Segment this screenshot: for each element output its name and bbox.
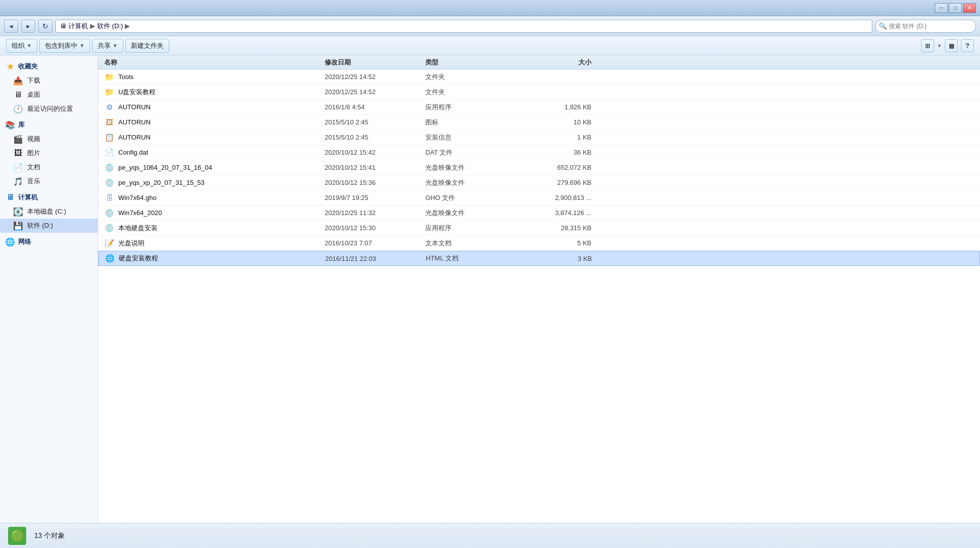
sidebar-header-favorites[interactable]: ★ 收藏夹	[0, 59, 98, 74]
library-button[interactable]: 包含到库中 ▼	[39, 39, 90, 53]
table-row[interactable]: 📁 U盘安装教程 2020/12/25 14:52 文件夹	[98, 85, 980, 100]
sidebar-header-libraries[interactable]: 📚 库	[0, 118, 98, 132]
sidebar-recent-label: 最近访问的位置	[27, 104, 73, 113]
sidebar-desktop-label: 桌面	[27, 90, 40, 99]
table-row[interactable]: 💿 pe_yqs_1064_20_07_31_16_04 2020/10/12 …	[98, 160, 980, 175]
breadcrumb-separator: ▶	[90, 22, 95, 30]
sidebar-header-network[interactable]: 🌐 网络	[0, 235, 98, 249]
file-icon: ⚙	[104, 102, 114, 112]
file-icon: 📁	[104, 72, 114, 82]
file-name-cell: 💿 pe_yqs_1064_20_07_31_16_04	[98, 163, 325, 173]
sidebar-item-music[interactable]: 🎵 音乐	[0, 174, 98, 188]
status-app-icon: 🟢	[8, 527, 26, 545]
table-row[interactable]: 🗄 Win7x64.gho 2019/9/7 19:25 GHO 文件 2,90…	[98, 190, 980, 206]
sidebar-item-documents[interactable]: 📄 文档	[0, 160, 98, 174]
file-size-cell: 2,900,813 ...	[516, 194, 596, 201]
sidebar-item-video[interactable]: 🎬 视频	[0, 132, 98, 146]
file-name-label: AUTORUN	[118, 133, 150, 141]
sidebar-network-label: 网络	[18, 237, 31, 246]
file-name-cell: 📁 U盘安装教程	[98, 87, 325, 97]
column-header-size[interactable]: 大小	[516, 58, 596, 67]
file-icon: 💿	[104, 178, 114, 188]
sidebar-item-desktop[interactable]: 🖥 桌面	[0, 88, 98, 102]
share-arrow-icon: ▼	[113, 43, 118, 48]
help-button[interactable]: ?	[961, 39, 974, 52]
sidebar-header-computer[interactable]: 🖥 计算机	[0, 190, 98, 204]
file-name-label: AUTORUN	[118, 118, 150, 126]
refresh-button[interactable]: ↻	[38, 20, 52, 33]
column-header-type[interactable]: 类型	[425, 58, 516, 67]
column-header-date[interactable]: 修改日期	[325, 58, 425, 67]
table-row[interactable]: 📝 光盘说明 2016/10/23 7:07 文本文档 5 KB	[98, 236, 980, 251]
file-name-label: AUTORUN	[118, 103, 150, 111]
file-date-cell: 2016/10/23 7:07	[325, 239, 425, 247]
preview-pane-button[interactable]: ▦	[945, 39, 958, 52]
file-icon: 📝	[104, 238, 114, 248]
status-count: 13 个对象	[34, 531, 65, 540]
view-button[interactable]: ⊞	[921, 39, 934, 52]
file-type-cell: 文件夹	[425, 73, 516, 82]
file-icon: 💿	[104, 223, 114, 233]
status-bar: 🟢 13 个对象	[0, 523, 980, 548]
search-input[interactable]	[889, 23, 972, 30]
file-type-cell: HTML 文档	[426, 254, 516, 263]
sidebar-c-drive-label: 本地磁盘 (C:)	[27, 207, 66, 216]
file-size-cell: 28,315 KB	[516, 224, 596, 232]
file-name-label: Win7x64.gho	[118, 194, 157, 201]
file-type-cell: 应用程序	[425, 224, 516, 233]
table-row[interactable]: 📁 Tools 2020/12/25 14:52 文件夹	[98, 70, 980, 85]
table-row[interactable]: 🖼 AUTORUN 2015/5/10 2:45 图标 10 KB	[98, 115, 980, 130]
search-bar: 🔍	[875, 20, 976, 33]
sidebar-computer-label: 计算机	[18, 193, 38, 202]
file-list-header: 名称 修改日期 类型 大小	[98, 55, 980, 70]
file-date-cell: 2020/10/12 15:42	[325, 149, 425, 156]
sidebar-video-label: 视频	[27, 134, 40, 144]
sidebar-item-download[interactable]: 📥 下载	[0, 74, 98, 88]
toolbar-right: ⊞ ▼ ▦ ?	[921, 39, 974, 52]
breadcrumb-arrow: ▶	[125, 22, 130, 30]
table-row[interactable]: ⚙ AUTORUN 2016/1/8 4:54 应用程序 1,926 KB	[98, 100, 980, 115]
file-name-cell: 📁 Tools	[98, 72, 325, 82]
breadcrumb-item-computer[interactable]: 🖥计算机	[60, 22, 88, 31]
minimize-button[interactable]: ─	[935, 3, 948, 13]
organize-label: 组织	[12, 41, 25, 50]
breadcrumb-item-drive[interactable]: 软件 (D:)	[97, 22, 123, 31]
pictures-icon: 🖼	[13, 148, 23, 158]
table-row[interactable]: 📄 Config.dat 2020/10/12 15:42 DAT 文件 36 …	[98, 145, 980, 160]
table-row[interactable]: 💿 Win7x64_2020 2020/12/25 11:32 光盘映像文件 3…	[98, 206, 980, 221]
forward-button[interactable]: ►	[21, 20, 35, 33]
sidebar-item-d-drive[interactable]: 💾 软件 (D:)	[0, 219, 98, 233]
file-name-label: Tools	[118, 73, 133, 81]
file-type-cell: 安装信息	[425, 133, 516, 142]
table-row[interactable]: 💿 本地硬盘安装 2020/10/12 15:30 应用程序 28,315 KB	[98, 221, 980, 236]
sidebar-item-c-drive[interactable]: 💽 本地磁盘 (C:)	[0, 204, 98, 219]
sidebar-item-recent[interactable]: 🕐 最近访问的位置	[0, 102, 98, 116]
table-row[interactable]: 💿 pe_yqs_xp_20_07_31_15_53 2020/10/12 15…	[98, 175, 980, 190]
file-type-cell: 文本文档	[425, 239, 516, 248]
sidebar-section-libraries: 📚 库 🎬 视频 🖼 图片 📄 文档 🎵 音乐	[0, 118, 98, 188]
sidebar-download-label: 下载	[27, 76, 40, 85]
file-type-cell: 光盘映像文件	[425, 163, 516, 172]
file-type-cell: DAT 文件	[425, 148, 516, 157]
file-name-label: Win7x64_2020	[118, 209, 162, 217]
table-row[interactable]: 🌐 硬盘安装教程 2016/11/21 22:03 HTML 文档 3 KB	[98, 251, 980, 266]
toolbar: 组织 ▼ 包含到库中 ▼ 共享 ▼ 新建文件夹 ⊞ ▼ ▦ ?	[0, 36, 980, 55]
file-size-cell: 1,926 KB	[516, 103, 596, 111]
file-name-label: 光盘说明	[118, 239, 144, 248]
new-folder-button[interactable]: 新建文件夹	[125, 39, 169, 53]
share-button[interactable]: 共享 ▼	[92, 39, 123, 53]
file-date-cell: 2020/10/12 15:30	[325, 224, 425, 232]
back-button[interactable]: ◄	[4, 20, 18, 33]
table-row[interactable]: 📋 AUTORUN 2015/5/10 2:45 安装信息 1 KB	[98, 130, 980, 145]
computer-icon: 🖥	[5, 192, 15, 202]
file-type-cell: GHO 文件	[425, 193, 516, 202]
column-header-name[interactable]: 名称	[98, 58, 325, 67]
file-name-label: 硬盘安装教程	[119, 254, 158, 263]
view-arrow-icon: ▼	[937, 43, 942, 48]
close-button[interactable]: ✕	[963, 3, 976, 13]
sidebar-section-network: 🌐 网络	[0, 235, 98, 249]
file-name-label: pe_yqs_xp_20_07_31_15_53	[118, 179, 204, 186]
sidebar-item-pictures[interactable]: 🖼 图片	[0, 146, 98, 160]
organize-button[interactable]: 组织 ▼	[6, 39, 37, 53]
maximize-button[interactable]: □	[949, 3, 962, 13]
